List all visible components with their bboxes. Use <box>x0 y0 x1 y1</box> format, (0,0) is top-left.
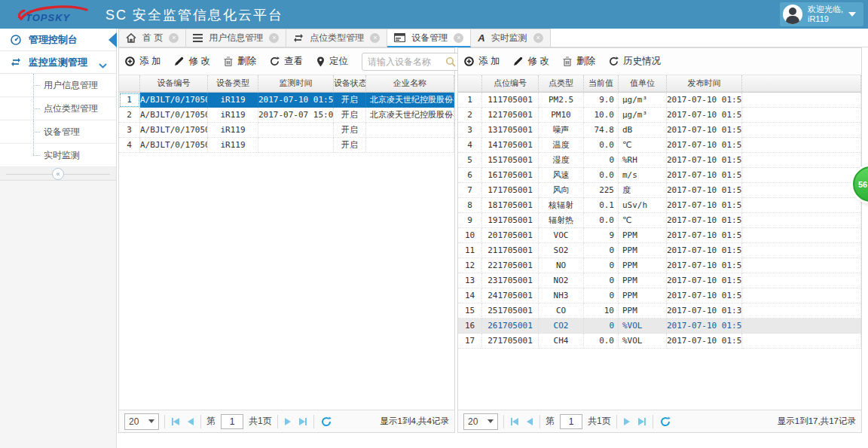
table-cell: 2017-07-10 01:53:21 <box>667 213 742 228</box>
table-row[interactable]: 14241705001NH30PPM2017-07-10 01:53:21 <box>458 288 861 303</box>
table-row[interactable]: 11211705001SO20PPM2017-07-10 01:53:22 <box>458 243 861 258</box>
close-icon[interactable]: × <box>169 33 179 43</box>
close-icon[interactable]: × <box>454 33 463 43</box>
toolbar-button-删除[interactable]: 删除 <box>563 55 595 68</box>
first-page-button[interactable] <box>170 418 181 425</box>
table-cell: 开启 <box>334 123 366 138</box>
column-header[interactable]: 当前值 <box>584 75 619 92</box>
tab-点位类型管理[interactable]: 点位类型管理× <box>286 29 387 47</box>
next-page-button[interactable] <box>283 418 292 425</box>
toolbar-button-修改[interactable]: 修 改 <box>174 55 209 68</box>
table-row[interactable]: 4A/BJLT/0/1705004iR119开启 <box>119 138 454 153</box>
sidebar-item-用户信息管理[interactable]: 用户信息管理 <box>0 74 116 97</box>
sidebar-collapse-bar: « <box>0 167 116 181</box>
collapse-sidebar-button[interactable]: « <box>52 168 64 180</box>
close-icon[interactable]: × <box>269 33 279 43</box>
table-cell: 2017-07-10 01:53:22 <box>667 228 742 243</box>
toolbar-button-定位[interactable]: 定位 <box>316 55 348 68</box>
toolbar-button-删除[interactable]: 删除 <box>224 55 256 68</box>
row-number: 17 <box>458 334 482 349</box>
table-row[interactable]: 3131705001噪声74.8dB2017-07-10 01:53:22 <box>458 123 861 138</box>
table-row[interactable]: 1111705001PM2.59.0μg/m³2017-07-10 01:53:… <box>458 93 861 108</box>
table-row[interactable]: 12221705001NO0PPM2017-07-10 01:53:21 <box>458 258 861 273</box>
table-row[interactable]: 2A/BJLT/0/1705002iR1192017-07-07 15:03:0… <box>119 108 454 123</box>
tab-label: 首 页 <box>142 32 163 44</box>
column-header[interactable]: 监测时间 <box>258 75 334 92</box>
search-icon[interactable] <box>445 56 456 69</box>
prev-page-button[interactable] <box>186 418 195 425</box>
table-row[interactable]: 6161705001风速0.0m/s2017-07-10 01:53:21 <box>458 168 861 183</box>
column-header[interactable]: 点类型 <box>539 75 584 92</box>
tab-设备管理[interactable]: 设备管理× <box>387 29 471 47</box>
table-cell: PPM <box>619 288 667 303</box>
tab-首页[interactable]: 首 页× <box>118 29 186 47</box>
toolbar-button-修改[interactable]: 修 改 <box>513 55 549 68</box>
sidebar-item-设备管理[interactable]: 设备管理 <box>0 120 116 144</box>
menu-icon <box>193 34 203 42</box>
sidebar-item-点位类型管理[interactable]: 点位类型管理 <box>0 97 116 120</box>
toolbar-button-label: 定位 <box>329 55 348 68</box>
sidebar-section-console[interactable]: 管理控制台 <box>0 29 116 51</box>
column-header[interactable]: 企业名称 <box>366 75 454 92</box>
user-welcome: 欢迎光临, iR119 <box>808 5 843 24</box>
table-row[interactable]: 9191705001辐射热0.0℃2017-07-10 01:53:21 <box>458 213 861 228</box>
table-row[interactable]: 15251705001CO10PPM2017-07-10 01:37:01 <box>458 303 861 318</box>
tab-用户信息管理[interactable]: 用户信息管理× <box>186 29 286 47</box>
column-header[interactable]: 发布时间 <box>667 75 742 92</box>
close-icon[interactable]: × <box>370 33 380 43</box>
toolbar-button-label: 删除 <box>576 55 595 68</box>
next-page-button[interactable] <box>622 418 631 425</box>
last-page-button[interactable] <box>637 418 647 425</box>
tab-实时监测[interactable]: A实时监测× <box>471 29 550 47</box>
table-row[interactable]: 8181705001核辐射0.1uSv/h2017-07-10 01:53:21 <box>458 198 861 213</box>
table-row[interactable]: 1A/BJLT/0/1705001iR1192017-07-10 01:53:2… <box>119 93 454 108</box>
reload-icon[interactable] <box>659 416 672 427</box>
table-cell: 241705001 <box>482 288 539 303</box>
row-number: 2 <box>458 108 482 123</box>
close-icon[interactable]: × <box>533 33 543 43</box>
delete-icon <box>224 56 233 66</box>
table-row[interactable]: 13231705001NO20PPM2017-07-10 01:53:22 <box>458 273 861 288</box>
table-cell: A/BJLT/0/1705004 <box>140 138 208 153</box>
row-number-header <box>119 75 140 92</box>
table-row[interactable]: 16261705001CO20%VOL2017-07-10 01:53:22 <box>458 318 861 334</box>
page-size-select[interactable]: 20 <box>463 413 498 430</box>
column-header[interactable]: 值单位 <box>619 75 667 92</box>
reload-icon[interactable] <box>319 416 333 427</box>
table-row[interactable]: 7171705001风向225度2017-07-10 01:53:21 <box>458 183 861 198</box>
column-header[interactable]: 设备状态 <box>334 75 366 92</box>
column-header[interactable]: 设备编号 <box>140 75 208 92</box>
table-cell: 9 <box>584 228 619 243</box>
last-page-button[interactable] <box>298 418 308 425</box>
table-cell: PPM <box>619 273 667 288</box>
table-row[interactable]: 3A/BJLT/0/1705003iR119开启 <box>119 123 454 138</box>
table-row[interactable]: 10201705001VOC9PPM2017-07-10 01:53:22 <box>458 228 861 243</box>
toolbar-button-历史情况[interactable]: 历史情况 <box>609 55 661 68</box>
records-summary: 显示1到17,共17记录 <box>778 416 856 427</box>
page-number-input[interactable] <box>221 414 243 429</box>
table-row[interactable]: 17271705001CH40.0%VOL2017-07-10 01:53:21 <box>458 334 861 349</box>
toolbar-button-查看[interactable]: 查看 <box>270 55 303 68</box>
table-cell: 2017-07-10 01:53:21 <box>667 258 742 273</box>
table-cell-filler <box>742 108 861 123</box>
table-cell: 2017-07-10 01:53:22 <box>667 93 742 108</box>
page-size-select[interactable]: 20 <box>124 413 159 430</box>
page-number-input[interactable] <box>560 414 582 429</box>
user-menu[interactable]: 欢迎光临, iR119 <box>780 2 863 26</box>
sidebar-item-实时监测[interactable]: 实时监测 <box>0 144 116 167</box>
column-header[interactable]: 设备类型 <box>208 75 258 92</box>
first-page-button[interactable] <box>509 418 520 425</box>
prev-page-button[interactable] <box>525 418 534 425</box>
row-number: 11 <box>458 243 482 258</box>
toolbar-button-添加[interactable]: 添 加 <box>125 55 160 68</box>
column-header[interactable]: 点位编号 <box>482 75 539 92</box>
table-cell: 温度 <box>539 138 584 153</box>
table-row[interactable]: 4141705001温度0.0℃2017-07-10 01:53:22 <box>458 138 861 153</box>
toolbar-button-label: 添 加 <box>478 55 500 68</box>
table-cell: 0.1 <box>584 198 619 213</box>
sidebar-section-monitoring[interactable]: 监控监测管理 <box>0 51 116 74</box>
table-row[interactable]: 2121705001PM1010.0μg/m³2017-07-10 01:53:… <box>458 108 861 123</box>
toolbar-button-添加[interactable]: 添 加 <box>464 55 500 68</box>
table-row[interactable]: 5151705001湿度0%RH2017-07-10 01:53:22 <box>458 153 861 168</box>
table-cell: 111705001 <box>482 93 539 108</box>
